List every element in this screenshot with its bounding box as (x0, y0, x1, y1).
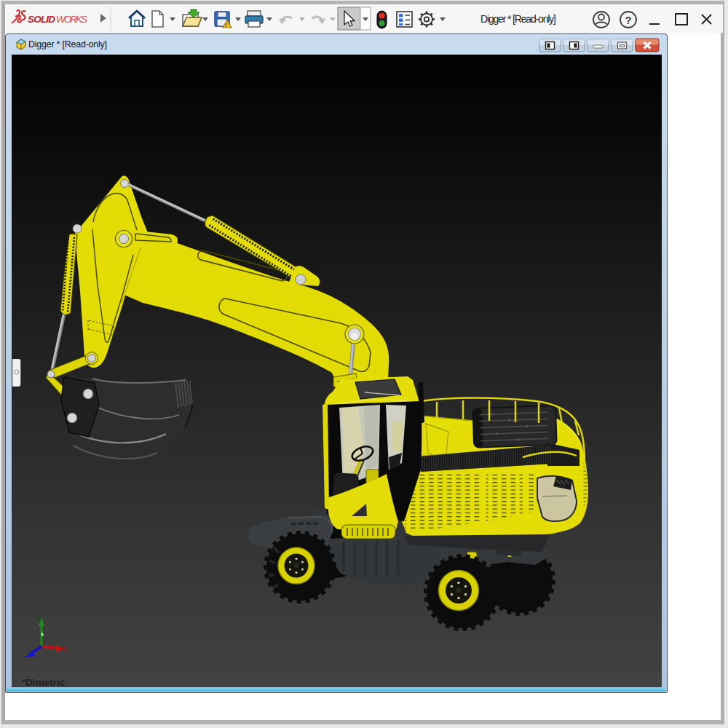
svg-text:!: ! (225, 22, 227, 28)
svg-text:Y: Y (36, 615, 41, 623)
svg-text:SOLID: SOLID (28, 14, 55, 25)
svg-text:Digger * [Read-only]: Digger * [Read-only] (480, 13, 556, 25)
svg-text:Digger * [Read-only]: Digger * [Read-only] (28, 39, 107, 50)
svg-text:?: ? (625, 14, 631, 26)
svg-text:*Dimetric: *Dimetric (22, 677, 66, 687)
svg-text:X: X (63, 645, 67, 652)
svg-text:WORKS: WORKS (56, 14, 87, 25)
